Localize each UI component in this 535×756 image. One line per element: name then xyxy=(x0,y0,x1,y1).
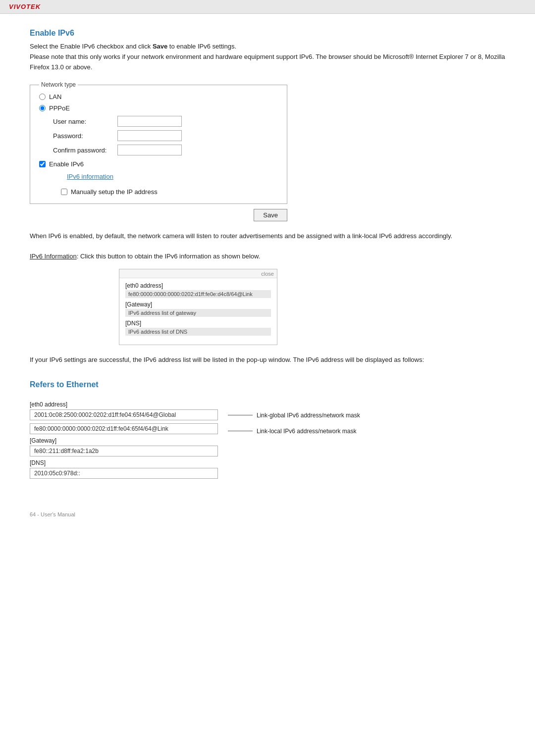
pppoe-radio[interactable] xyxy=(39,105,46,111)
popup-body: [eth0 address] fe80:0000:0000:0000:0202:… xyxy=(119,278,277,345)
password-input[interactable] xyxy=(117,130,182,141)
username-input[interactable] xyxy=(117,116,182,127)
link-annotation: Link-local IPv6 address/network mask xyxy=(228,428,360,435)
ref-text-block: IPv6 Information: Click this button to o… xyxy=(30,252,505,262)
username-row: User name: xyxy=(53,116,278,127)
popup-dns-label: [DNS] xyxy=(125,320,271,327)
global-value-row: 2001:0c08:2500:0002:0202:d1ff:fe04:65f4/… xyxy=(30,409,218,420)
save-row: Save xyxy=(30,209,287,221)
ethernet-section-title: Refers to Ethernet xyxy=(30,380,505,389)
enable-ipv6-title: Enable IPv6 xyxy=(30,29,505,38)
main-content: Enable IPv6 Select the Enable IPv6 check… xyxy=(0,14,535,547)
lan-radio-row: LAN xyxy=(39,93,278,101)
link-arrow-line xyxy=(228,431,253,431)
ipv6-popup: close [eth0 address] fe80:0000:0000:0000… xyxy=(119,269,277,345)
global-arrow-line xyxy=(228,415,253,415)
ipv6-info-link[interactable]: IPv6 information xyxy=(67,173,113,180)
popup-gateway-value: IPv6 address list of gateway xyxy=(125,309,271,317)
popup-eth0-label: [eth0 address] xyxy=(125,282,271,289)
network-type-fieldset: Network type LAN PPPoE User name: Passwo… xyxy=(30,81,287,204)
confirm-password-label: Confirm password: xyxy=(53,147,117,154)
popup-dns-value: IPv6 address list of DNS xyxy=(125,328,271,336)
body-text-1: When IPv6 is enabled, by default, the ne… xyxy=(30,231,505,242)
link-annotation-text: Link-local IPv6 address/network mask xyxy=(257,428,356,435)
eth-table: [eth0 address] 2001:0c08:2500:0002:0202:… xyxy=(30,401,218,482)
lan-radio[interactable] xyxy=(39,94,46,100)
enable-ipv6-row: Enable IPv6 xyxy=(39,160,278,168)
manually-setup-row: Manually setup the IP address xyxy=(61,188,278,196)
popup-gateway-label: [Gateway] xyxy=(125,301,271,308)
save-button[interactable]: Save xyxy=(254,209,287,221)
popup-eth0-value: fe80:0000:0000:0000:0202:d1ff:fe0e:d4c8/… xyxy=(125,290,271,298)
intro-line2: Please note that this only works if your… xyxy=(30,53,505,71)
ipv6-info-ref-link: IPv6 Information xyxy=(30,252,77,260)
footer-text: 64 - User's Manual xyxy=(30,511,505,517)
eth-annotations: Link-global IPv6 address/network mask Li… xyxy=(228,401,360,446)
link-value-row: fe80:0000:0000:0000:0202:d1ff:fe04:65f4/… xyxy=(30,423,218,434)
body-text-2: If your IPv6 settings are successful, th… xyxy=(30,355,505,365)
global-annotation-text: Link-global IPv6 address/network mask xyxy=(257,412,360,419)
password-label: Password: xyxy=(53,132,117,140)
ref-text-after: : Click this button to obtain the IPv6 i… xyxy=(77,252,261,260)
gateway-value: fe80::211:d8ff:fea2:1a2b xyxy=(30,446,218,456)
intro-text-block: Select the Enable IPv6 checkbox and clic… xyxy=(30,42,505,72)
username-label: User name: xyxy=(53,118,117,125)
manually-setup-label: Manually setup the IP address xyxy=(71,188,158,196)
header-bar: VIVOTEK xyxy=(0,0,535,14)
confirm-password-row: Confirm password: xyxy=(53,145,278,155)
save-bold: Save xyxy=(153,43,167,50)
global-annotation: Link-global IPv6 address/network mask xyxy=(228,412,360,419)
lan-label: LAN xyxy=(49,93,61,101)
eth0-address-label: [eth0 address] xyxy=(30,401,218,408)
eth-diagram-wrapper: [eth0 address] 2001:0c08:2500:0002:0202:… xyxy=(30,401,505,482)
intro-line1: Select the Enable IPv6 checkbox and clic… xyxy=(30,43,236,50)
network-type-legend: Network type xyxy=(39,81,78,88)
pppoe-radio-row: PPPoE xyxy=(39,104,278,112)
enable-ipv6-checkbox[interactable] xyxy=(39,161,46,167)
popup-close-button[interactable]: close xyxy=(261,271,274,277)
manually-setup-checkbox[interactable] xyxy=(61,189,67,195)
enable-ipv6-label: Enable IPv6 xyxy=(49,160,84,168)
ipv6-info-link-container: IPv6 information xyxy=(53,173,278,184)
dns-value: 2010:05c0:978d:: xyxy=(30,468,218,479)
dns-label: [DNS] xyxy=(30,459,218,466)
popup-close-row: close xyxy=(119,269,277,278)
password-row: Password: xyxy=(53,130,278,141)
pppoe-label: PPPoE xyxy=(49,104,70,112)
link-address-value: fe80:0000:0000:0000:0202:d1ff:fe04:65f4/… xyxy=(30,423,218,434)
brand-logo: VIVOTEK xyxy=(9,3,41,10)
global-address-value: 2001:0c08:2500:0002:0202:d1ff:fe04:65f4/… xyxy=(30,409,218,420)
confirm-password-input[interactable] xyxy=(117,145,182,155)
gateway-label: [Gateway] xyxy=(30,437,218,444)
